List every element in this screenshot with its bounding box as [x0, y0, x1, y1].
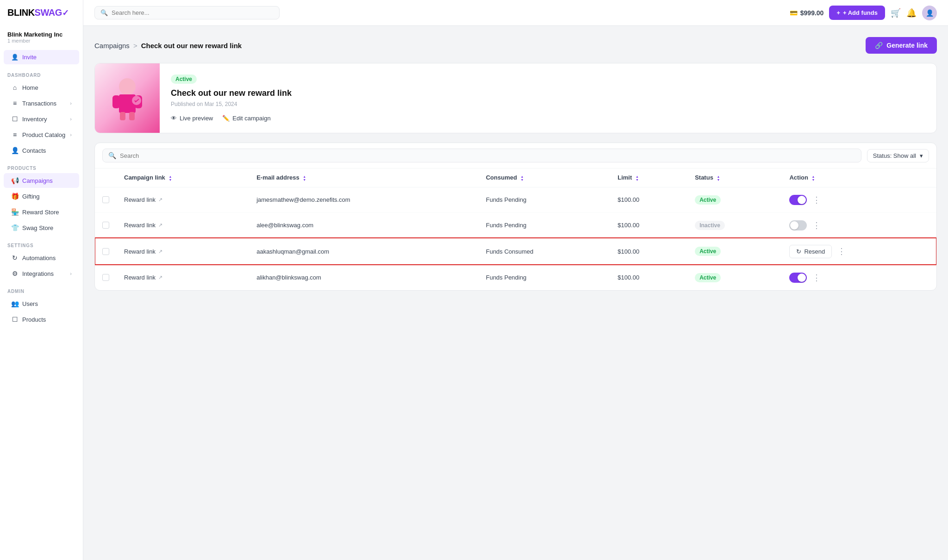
consumed-text: Funds Pending: [486, 274, 526, 281]
table-row: Reward link ↗ alee@blinkswag.com Funds P…: [95, 212, 936, 238]
sidebar-item-home[interactable]: ⌂ Home: [4, 80, 79, 95]
row-limit: $100.00: [610, 238, 687, 265]
row-checkbox-cell: [95, 187, 117, 212]
chevron-down-icon: ›: [70, 100, 72, 106]
toggle-thumb: [790, 221, 798, 230]
reward-link-text[interactable]: Reward link: [124, 274, 156, 281]
svg-rect-4: [120, 112, 125, 120]
sidebar-item-swag-store[interactable]: 👕 Swag Store: [4, 220, 79, 235]
row-checkbox[interactable]: [102, 222, 109, 229]
sidebar-item-products[interactable]: ☐ Products: [4, 312, 79, 327]
sidebar-item-contacts[interactable]: 👤 Contacts: [4, 143, 79, 158]
resend-label: Resend: [804, 248, 825, 255]
more-options-button[interactable]: ⋮: [836, 245, 848, 257]
breadcrumb-current: Check out our new reward link: [141, 42, 242, 50]
reward-link-text[interactable]: Reward link: [124, 196, 156, 203]
row-action: ⋮: [782, 265, 936, 290]
admin-section-label: ADMIN: [0, 285, 83, 296]
header-status[interactable]: Status ▲▼: [687, 168, 782, 187]
edit-campaign-button[interactable]: ✏️ Edit campaign: [222, 115, 270, 122]
svg-rect-5: [129, 112, 135, 120]
sidebar-item-automations[interactable]: ↻ Automations: [4, 250, 79, 265]
reward-link-cell: Reward link ↗: [124, 222, 242, 229]
status-filter[interactable]: Status: Show all ▾: [867, 149, 929, 162]
balance-amount: $999.00: [800, 9, 824, 17]
invite-button[interactable]: 👤 Invite: [4, 50, 79, 64]
row-checkbox[interactable]: [102, 196, 109, 203]
live-preview-button[interactable]: 👁 Live preview: [171, 115, 213, 122]
more-options-button[interactable]: ⋮: [811, 272, 823, 284]
sidebar-item-users[interactable]: 👥 Users: [4, 296, 79, 311]
toggle-thumb: [798, 196, 806, 204]
balance-display: 💳 $999.00: [790, 9, 824, 17]
toggle-switch[interactable]: [789, 195, 807, 205]
table-search[interactable]: 🔍: [102, 149, 861, 162]
table-body: Reward link ↗ jamesmathew@demo.zenefits.…: [95, 187, 936, 290]
reward-link-text[interactable]: Reward link: [124, 222, 156, 229]
header-limit[interactable]: Limit ▲▼: [610, 168, 687, 187]
chevron-down-icon: ▾: [920, 152, 923, 159]
plus-icon: +: [836, 9, 840, 16]
action-cell: ⋮: [789, 194, 929, 206]
header-campaign-link[interactable]: Campaign link ▲▼: [117, 168, 249, 187]
header-email[interactable]: E-mail address ▲▼: [249, 168, 479, 187]
breadcrumb-parent[interactable]: Campaigns: [94, 42, 130, 50]
search-icon: 🔍: [108, 152, 116, 159]
logo-check: ✓: [62, 8, 69, 18]
search-bar[interactable]: 🔍: [94, 6, 280, 19]
breadcrumb-actions: 🔗 Generate link: [866, 37, 937, 54]
breadcrumb-separator: >: [133, 42, 137, 50]
avatar[interactable]: 👤: [922, 6, 937, 20]
header-consumed[interactable]: Consumed ▲▼: [479, 168, 610, 187]
sidebar-item-gifting[interactable]: 🎁 Gifting: [4, 189, 79, 204]
action-cell: ⋮: [789, 219, 929, 231]
sidebar-label-product-catalog: Product Catalog: [22, 131, 65, 138]
sidebar-item-campaigns[interactable]: 📢 Campaigns: [4, 173, 79, 188]
invite-icon: 👤: [11, 54, 19, 61]
row-action: ⋮: [782, 212, 936, 238]
table-search-input[interactable]: [120, 152, 855, 159]
generate-link-button[interactable]: 🔗 Generate link: [866, 37, 937, 54]
limit-text: $100.00: [617, 196, 639, 203]
edit-campaign-label: Edit campaign: [232, 115, 270, 122]
sidebar-item-integrations[interactable]: ⚙ Integrations ›: [4, 266, 79, 281]
reward-link-text[interactable]: Reward link: [124, 248, 156, 255]
logo-swag: SWAG: [35, 7, 62, 18]
sort-icon: ▲▼: [812, 175, 815, 181]
link-icon: 🔗: [875, 42, 883, 49]
reward-link-cell: Reward link ↗: [124, 196, 242, 203]
sidebar-item-inventory[interactable]: ☐ Inventory ›: [4, 112, 79, 126]
consumed-text: Funds Consumed: [486, 248, 534, 255]
sidebar-label-home: Home: [22, 84, 38, 91]
sidebar-label-swag-store: Swag Store: [22, 224, 53, 231]
bell-icon[interactable]: 🔔: [906, 8, 917, 18]
search-input[interactable]: [112, 9, 274, 16]
table-row: Reward link ↗ alikhan@blinkswag.com Fund…: [95, 265, 936, 290]
more-options-button[interactable]: ⋮: [811, 194, 823, 206]
row-checkbox[interactable]: [102, 274, 109, 281]
row-email: alikhan@blinkswag.com: [249, 265, 479, 290]
logo: BLINKSWAG✓: [0, 7, 83, 27]
campaign-card: Active Check out our new reward link Pub…: [94, 63, 937, 133]
header-action[interactable]: Action ▲▼: [782, 168, 936, 187]
toggle-switch[interactable]: [789, 220, 807, 230]
more-options-button[interactable]: ⋮: [811, 219, 823, 231]
sidebar-item-reward-store[interactable]: 🏪 Reward Store: [4, 205, 79, 219]
reward-link-cell: Reward link ↗: [124, 274, 242, 281]
sidebar-org: Blink Marketing Inc 1 member: [0, 27, 83, 47]
add-funds-button[interactable]: + + Add funds: [829, 6, 885, 20]
integrations-icon: ⚙: [11, 270, 19, 277]
cart-icon[interactable]: 🛒: [891, 8, 901, 18]
consumed-text: Funds Pending: [486, 196, 526, 203]
sidebar-item-product-catalog[interactable]: ≡ Product Catalog ›: [4, 127, 79, 142]
status-badge: Active: [695, 195, 721, 205]
svg-rect-1: [119, 94, 136, 113]
row-consumed: Funds Pending: [479, 265, 610, 290]
main-content: 🔍 💳 $999.00 + + Add funds 🛒 🔔 👤 Campaign…: [83, 0, 948, 560]
toggle-switch[interactable]: [789, 273, 807, 283]
row-checkbox[interactable]: [102, 248, 109, 255]
sidebar-item-transactions[interactable]: ≡ Transactions ›: [4, 96, 79, 111]
products-icon: ☐: [11, 316, 19, 323]
limit-text: $100.00: [617, 222, 639, 229]
resend-button[interactable]: ↻ Resend: [789, 245, 832, 258]
